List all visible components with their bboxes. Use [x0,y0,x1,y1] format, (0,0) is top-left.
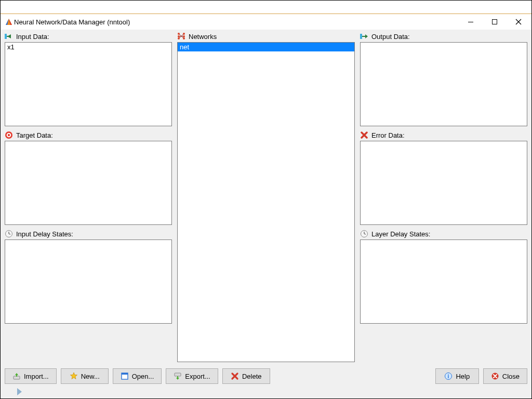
input-delay-label: Input Delay States: [16,230,73,238]
svg-rect-3 [468,22,473,22]
svg-point-24 [183,37,185,39]
svg-rect-7 [5,34,7,39]
open-button[interactable]: Open... [113,368,162,384]
error-x-icon [360,131,368,139]
networks-list[interactable]: net [177,42,355,362]
delete-button[interactable]: Delete [222,368,270,384]
import-button[interactable]: Import... [5,368,57,384]
import-icon [12,372,21,380]
svg-point-19 [178,33,180,35]
output-arrow-icon [360,32,368,41]
clock-icon [5,230,13,238]
svg-point-20 [178,35,180,37]
help-button-label: Help [456,373,470,380]
svg-marker-33 [70,373,77,379]
layer-delay-list[interactable] [360,240,527,324]
svg-rect-4 [493,20,497,24]
target-icon [5,131,13,139]
target-data-panel: Target Data: [5,130,172,225]
target-data-list[interactable] [5,141,172,225]
export-icon [174,372,182,380]
svg-point-12 [8,134,10,136]
titlebar: Neural Network/Data Manager (nntool) [1,14,531,30]
output-data-label: Output Data: [371,33,410,41]
open-window-icon [121,372,129,380]
svg-marker-37 [176,376,179,380]
svg-rect-36 [175,373,181,376]
export-button-label: Export... [185,373,210,380]
svg-rect-25 [360,34,362,39]
network-icon [177,32,185,41]
close-button-label: Close [502,373,520,380]
svg-point-21 [178,37,180,39]
svg-rect-9 [7,36,11,37]
input-data-label: Input Data: [16,33,49,41]
close-icon [491,372,499,380]
maximize-button[interactable] [483,14,507,30]
export-button[interactable]: Export... [166,368,218,384]
networks-label: Networks [189,33,217,41]
error-data-panel: Error Data: [360,130,527,225]
error-data-list[interactable] [360,141,527,225]
clock-icon [360,230,368,238]
import-button-label: Import... [24,373,49,380]
close-button[interactable]: Close [483,368,527,384]
input-delay-list[interactable] [5,240,172,324]
help-button[interactable]: i Help [435,368,479,384]
output-data-list[interactable] [360,42,527,126]
open-button-label: Open... [132,373,154,380]
layer-delay-label: Layer Delay States: [371,230,430,238]
new-button[interactable]: New... [61,368,109,384]
input-data-panel: Input Data: x1 [5,32,172,126]
new-star-icon [70,372,78,380]
button-bar: Import... New... Open... [4,366,528,385]
svg-point-23 [183,35,185,37]
svg-rect-26 [362,36,365,37]
layer-delay-panel: Layer Delay States: [360,229,527,324]
error-data-label: Error Data: [371,131,405,139]
help-icon: i [444,372,453,380]
new-button-label: New... [81,373,100,380]
svg-text:i: i [448,374,449,379]
list-item[interactable]: x1 [5,43,171,51]
input-data-list[interactable]: x1 [5,42,172,126]
svg-point-22 [183,33,185,35]
svg-rect-35 [122,373,128,375]
input-delay-panel: Input Delay States: [5,229,172,324]
window-title: Neural Network/Data Manager (nntool) [13,18,459,26]
svg-marker-27 [365,34,368,38]
input-arrow-icon [5,32,13,41]
client-area: Input Data: x1 [1,30,531,398]
delete-button-label: Delete [242,373,262,380]
networks-panel: Networks net [177,32,355,362]
decor-separator [1,1,531,14]
output-data-panel: Output Data: [360,32,527,126]
minimize-button[interactable] [459,14,483,30]
close-window-button[interactable] [507,14,530,30]
list-item[interactable]: net [178,43,354,51]
target-data-label: Target Data: [16,131,53,139]
hint-triangle-icon [17,388,22,395]
app-icon [5,18,13,26]
delete-x-icon [231,372,239,380]
